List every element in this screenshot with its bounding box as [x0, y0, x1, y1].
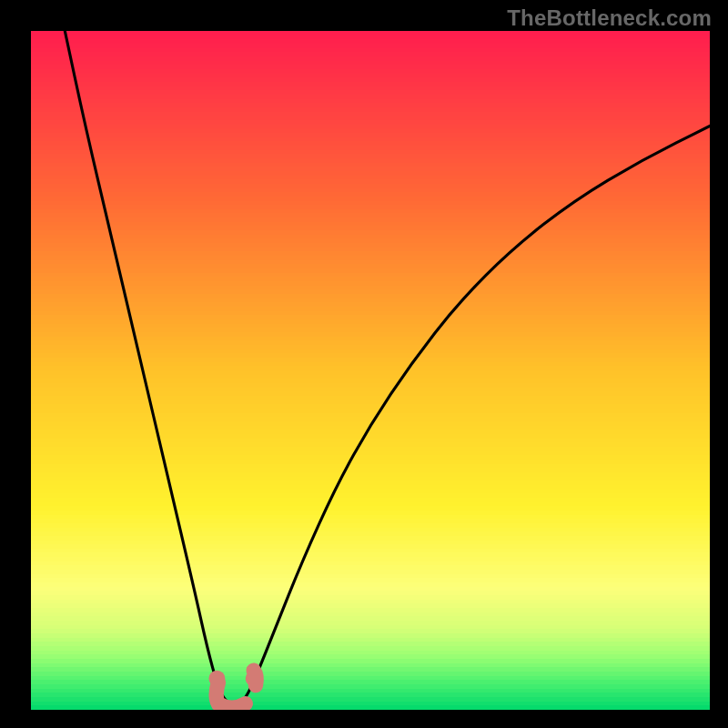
- bottleneck-curve: [65, 31, 710, 704]
- chart-area: [31, 31, 710, 710]
- curve-layer: [31, 31, 710, 710]
- highlight-markers: [208, 671, 261, 708]
- watermark: TheBottleneck.com: [507, 5, 712, 31]
